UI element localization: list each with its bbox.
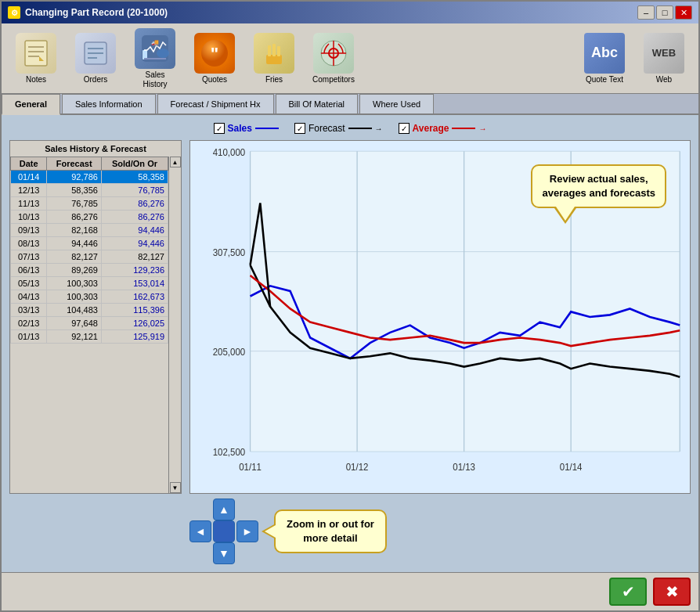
table-cell-date: 03/13	[11, 304, 47, 317]
zoom-callout-arrow-fill	[265, 525, 276, 538]
table-cell-forecast: 92,786	[47, 171, 102, 184]
table-cell-sold: 86,276	[101, 211, 168, 224]
web-label: Web	[656, 75, 672, 85]
table-cell-date: 08/13	[11, 237, 47, 250]
table-cell-date: 10/13	[11, 211, 47, 224]
forecast-checkbox[interactable]: ✓	[294, 123, 305, 134]
tab-sales-information[interactable]: Sales Information	[62, 94, 156, 113]
competitors-icon	[313, 33, 354, 74]
table-cell-forecast: 94,446	[47, 237, 102, 250]
table-cell-sold: 94,446	[101, 224, 168, 237]
svg-rect-19	[277, 46, 280, 56]
scroll-down-btn[interactable]: ▼	[170, 482, 181, 493]
sales-history-button[interactable]: 🚚 SalesHistory	[127, 27, 183, 90]
col-forecast: Forecast	[47, 157, 102, 171]
close-button[interactable]: ✕	[675, 5, 692, 20]
table-cell-forecast: 82,127	[47, 250, 102, 264]
fries-label: Fries	[265, 75, 283, 85]
quote-text-button[interactable]: Abc Quote Text	[576, 27, 633, 90]
svg-rect-11	[144, 58, 166, 59]
legend-bar: ✓ Sales ✓ Forecast → ✓ Average →	[9, 123, 691, 134]
table-row[interactable]: 04/13100,303162,673	[11, 290, 168, 304]
forecast-legend-label: Forecast	[309, 123, 345, 134]
ok-icon: ✔	[622, 582, 635, 601]
legend-average: ✓ Average →	[399, 123, 487, 134]
tabs-bar: General Sales Information Forecast / Shi…	[2, 94, 698, 115]
web-button[interactable]: WEB Web	[636, 27, 692, 90]
tab-bill-of-material[interactable]: Bill Of Material	[276, 94, 359, 113]
chart-area: Sales History & Forecast Date Forecast S…	[9, 140, 691, 494]
table-row[interactable]: 08/1394,44694,446	[11, 237, 168, 250]
bottom-bar: ✔ ✖	[2, 572, 698, 610]
nav-left-button[interactable]: ◄	[189, 520, 211, 542]
table-row[interactable]: 11/1376,78586,276	[11, 197, 168, 211]
cancel-button[interactable]: ✖	[653, 578, 691, 606]
table-cell-date: 01/13	[11, 330, 47, 344]
content-area: ✓ Sales ✓ Forecast → ✓ Average → Sales H…	[2, 115, 698, 572]
nav-center-button[interactable]	[213, 520, 235, 542]
table-cell-sold: 94,446	[101, 237, 168, 250]
svg-point-12	[157, 49, 169, 58]
window-title: Changing Part Record (20-1000)	[25, 7, 168, 18]
table-row[interactable]: 02/1397,648126,025	[11, 317, 168, 330]
minimize-button[interactable]: –	[637, 5, 655, 20]
table-cell-forecast: 100,303	[47, 290, 102, 304]
table-cell-forecast: 92,121	[47, 330, 102, 344]
tab-where-used[interactable]: Where Used	[359, 94, 434, 113]
quotes-label: Quotes	[202, 75, 227, 85]
quotes-button[interactable]: " Quotes	[186, 27, 243, 90]
nav-down-button[interactable]: ▼	[213, 542, 235, 564]
svg-text:307,500: 307,500	[213, 247, 246, 257]
table-cell-date: 12/13	[11, 184, 47, 197]
nav-right-button[interactable]: ►	[236, 520, 258, 542]
table-cell-sold: 153,014	[101, 277, 168, 290]
ok-button[interactable]: ✔	[609, 578, 647, 606]
table-cell-date: 11/13	[11, 197, 47, 211]
table-row[interactable]: 03/13104,483115,396	[11, 304, 168, 317]
svg-text:🚚: 🚚	[151, 38, 159, 46]
data-table-section: Sales History & Forecast Date Forecast S…	[9, 140, 182, 494]
title-bar-buttons: – □ ✕	[637, 5, 692, 20]
fries-button[interactable]: Fries	[246, 27, 302, 90]
table-row[interactable]: 09/1382,16894,446	[11, 224, 168, 237]
quote-text-icon: Abc	[584, 33, 625, 74]
table-cell-sold: 76,785	[101, 184, 168, 197]
quotes-icon: "	[194, 33, 235, 74]
notes-label: Notes	[26, 75, 46, 85]
table-scrollbar[interactable]: ▲ ▼	[168, 157, 181, 493]
orders-button[interactable]: Orders	[67, 27, 124, 90]
table-cell-forecast: 100,303	[47, 277, 102, 290]
quote-text-label: Quote Text	[586, 75, 623, 85]
table-row[interactable]: 05/13100,303153,014	[11, 277, 168, 290]
nav-up-button[interactable]: ▲	[213, 499, 235, 520]
table-cell-sold: 129,236	[101, 264, 168, 277]
sales-history-label: SalesHistory	[143, 70, 167, 89]
table-row[interactable]: 01/1492,78658,358	[11, 171, 168, 184]
forecast-legend-line	[348, 128, 372, 129]
tab-forecast-shipment[interactable]: Forecast / Shipment Hx	[157, 94, 274, 113]
notes-icon	[16, 33, 56, 74]
chart-section: 410,000 307,500 205,000 102,500 01/11 01…	[189, 140, 691, 494]
competitors-button[interactable]: Competitors	[305, 27, 362, 90]
sales-checkbox[interactable]: ✓	[214, 123, 225, 134]
table-row[interactable]: 01/1392,121125,919	[11, 330, 168, 344]
maximize-button[interactable]: □	[656, 5, 673, 20]
legend-forecast: ✓ Forecast →	[294, 123, 383, 134]
zoom-callout-text: Zoom in or out for more detail	[287, 518, 374, 544]
nav-middle-row: ◄ ►	[189, 520, 258, 542]
title-bar-left: ⚙ Changing Part Record (20-1000)	[8, 6, 168, 19]
table-cell-date: 04/13	[11, 290, 47, 304]
average-legend-line	[452, 128, 475, 129]
table-row[interactable]: 07/1382,12782,127	[11, 250, 168, 264]
fries-icon	[254, 33, 294, 74]
table-row[interactable]: 10/1386,27686,276	[11, 211, 168, 224]
average-checkbox[interactable]: ✓	[399, 123, 410, 134]
tab-general[interactable]: General	[2, 94, 60, 115]
svg-rect-18	[272, 44, 276, 56]
table-row[interactable]: 12/1358,35676,785	[11, 184, 168, 197]
table-cell-forecast: 97,648	[47, 317, 102, 330]
scroll-up-btn[interactable]: ▲	[170, 157, 181, 167]
nav-up-row: ▲	[213, 499, 235, 520]
table-row[interactable]: 06/1389,269129,236	[11, 264, 168, 277]
notes-button[interactable]: Notes	[8, 27, 64, 90]
